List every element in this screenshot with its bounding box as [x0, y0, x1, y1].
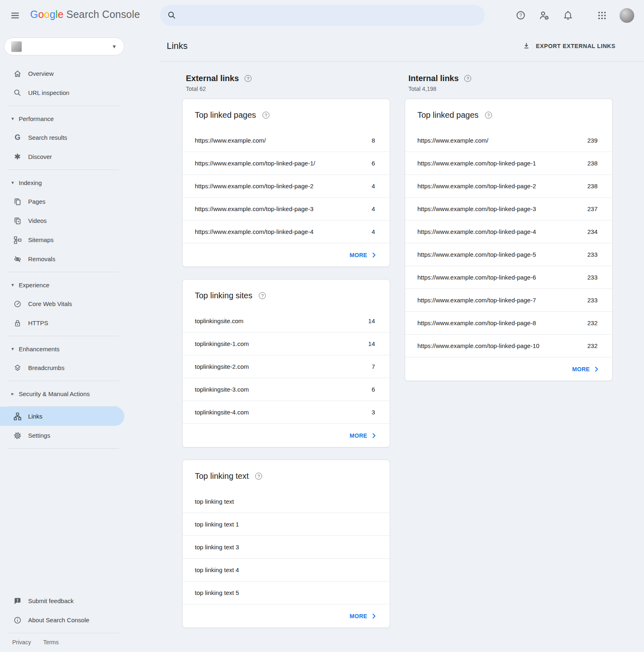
topbar: GoogleSearch Console ? — [0, 0, 644, 31]
sidebar-section-security-manual-actions[interactable]: ▸ Security & Manual Actions — [0, 384, 135, 403]
table-row[interactable]: https://www.example.com/top-linked-page-… — [405, 243, 612, 266]
table-row[interactable]: top linking text 5 — [183, 581, 390, 604]
more-button[interactable]: MORE — [183, 243, 390, 267]
sidebar-item-url-inspection[interactable]: URL inspection — [0, 83, 135, 102]
table-row[interactable]: https://www.example.com/top-linked-page-… — [405, 152, 612, 174]
table-row[interactable]: top linking text 1 — [183, 513, 390, 535]
more-button[interactable]: MORE — [405, 357, 612, 381]
sidebar-item-discover[interactable]: ✱ Discover — [0, 147, 135, 166]
sidebar-item-label: Removals — [28, 256, 55, 262]
sidebar-footer: Submit feedback About Search Console Pri… — [0, 591, 135, 652]
discover-icon: ✱ — [13, 153, 22, 161]
table-row[interactable]: toplinkingsite-1.com 14 — [183, 332, 390, 355]
export-external-links-button[interactable]: EXPORT EXTERNAL LINKS — [523, 42, 615, 50]
app-logo-label: Search Console — [66, 9, 140, 20]
sidebar-item-overview[interactable]: Overview — [0, 64, 135, 83]
table-row[interactable]: https://www.example.com/top-linked-page-… — [405, 266, 612, 289]
help-icon[interactable]: ? — [259, 292, 266, 299]
google-logo-text: Google — [30, 9, 64, 20]
sidebar-item-label: HTTPS — [28, 319, 48, 326]
page-title: Links — [167, 41, 187, 51]
more-button[interactable]: MORE — [183, 604, 390, 628]
row-label: https://www.example.com/top-linked-page-… — [417, 297, 536, 304]
more-button[interactable]: MORE — [183, 423, 390, 447]
google-g-icon: G — [13, 134, 22, 142]
notifications-bell-icon[interactable] — [562, 10, 573, 21]
row-label: https://www.example.com/top-linked-page-… — [417, 342, 539, 349]
help-icon[interactable]: ? — [262, 112, 269, 119]
help-icon[interactable]: ? — [464, 75, 471, 82]
row-label: toplinkingsite-3.com — [195, 386, 249, 393]
sidebar-item-links[interactable]: Links — [0, 407, 124, 426]
hamburger-menu-icon[interactable] — [10, 10, 20, 21]
app-logo[interactable]: GoogleSearch Console — [30, 9, 140, 20]
table-row[interactable]: https://www.example.com/top-linked-page-… — [405, 289, 612, 311]
divider — [7, 106, 119, 106]
sidebar-section-performance[interactable]: ▾ Performance — [0, 109, 135, 128]
terms-link[interactable]: Terms — [43, 639, 59, 645]
submit-feedback-button[interactable]: Submit feedback — [0, 591, 135, 610]
sidebar-section-indexing[interactable]: ▾ Indexing — [0, 173, 135, 192]
sidebar-item-pages[interactable]: Pages — [0, 192, 135, 211]
lock-icon — [13, 319, 22, 327]
search-bar[interactable] — [160, 5, 485, 26]
sidebar-item-https[interactable]: HTTPS — [0, 313, 135, 333]
table-row[interactable]: https://www.example.com/top-linked-page-… — [405, 334, 612, 357]
divider — [7, 170, 119, 170]
card-title: Top linking sites ? — [183, 280, 390, 309]
table-row[interactable]: https://www.example.com/top-linked-page-… — [405, 197, 612, 220]
row-label: https://www.example.com/top-linked-page-… — [417, 205, 536, 212]
sidebar-item-core-web-vitals[interactable]: Core Web Vitals — [0, 294, 135, 313]
table-row[interactable]: https://www.example.com/top-linked-page-… — [183, 220, 390, 243]
row-label: toplinkingsite.com — [195, 317, 243, 324]
table-row[interactable]: https://www.example.com/top-linked-page-… — [405, 311, 612, 334]
sidebar-item-removals[interactable]: Removals — [0, 249, 135, 269]
table-row[interactable]: toplinkingsite.com 14 — [183, 309, 390, 332]
privacy-link[interactable]: Privacy — [12, 639, 31, 645]
table-row[interactable]: https://www.example.com/ 8 — [183, 129, 390, 152]
table-row[interactable]: top linking text 3 — [183, 535, 390, 558]
sidebar-item-search-results[interactable]: G Search results — [0, 128, 135, 147]
table-row[interactable]: https://www.example.com/ 239 — [405, 129, 612, 152]
sidebar-item-settings[interactable]: Settings — [0, 426, 135, 445]
sidebar-section-experience[interactable]: ▾ Experience — [0, 275, 135, 294]
row-value: 238 — [587, 183, 598, 189]
sidebar-item-videos[interactable]: Videos — [0, 211, 135, 230]
help-icon[interactable]: ? — [245, 75, 251, 82]
user-settings-icon[interactable] — [539, 10, 549, 21]
table-row[interactable]: top linking text — [183, 490, 390, 513]
table-row[interactable]: https://www.example.com/top-linked-page-… — [405, 174, 612, 197]
table-row[interactable]: https://www.example.com/top-linked-page-… — [405, 220, 612, 243]
row-label: https://www.example.com/ — [417, 137, 488, 144]
sidebar-section-enhancements[interactable]: ▾ Enhancements — [0, 339, 135, 358]
internal-links-column: Internal links ? Total 4,198 Top linked … — [405, 74, 613, 628]
row-label: https://www.example.com/ — [195, 137, 266, 144]
avatar[interactable] — [620, 8, 634, 23]
divider — [7, 381, 119, 381]
divider — [7, 448, 119, 449]
row-label: top linking text 1 — [195, 521, 239, 528]
videos-icon — [13, 217, 22, 225]
table-row[interactable]: toplinkingsite-4.com 3 — [183, 401, 390, 423]
about-search-console-button[interactable]: About Search Console — [0, 610, 135, 630]
table-row[interactable]: top linking text 4 — [183, 558, 390, 581]
table-row[interactable]: https://www.example.com/top-linked-page-… — [183, 197, 390, 220]
table-row[interactable]: toplinkingsite-2.com 7 — [183, 355, 390, 378]
table-row[interactable]: https://www.example.com/top-linked-page-… — [183, 152, 390, 174]
sidebar-item-breadcrumbs[interactable]: Breadcrumbs — [0, 358, 135, 377]
table-row[interactable]: https://www.example.com/top-linked-page-… — [183, 174, 390, 197]
help-icon[interactable]: ? — [255, 473, 262, 480]
sidebar-item-label: Search results — [28, 134, 67, 141]
help-button[interactable]: ? — [515, 10, 526, 21]
table-row[interactable]: toplinkingsite-3.com 6 — [183, 378, 390, 401]
sidebar-item-label: Breadcrumbs — [28, 364, 64, 371]
help-icon[interactable]: ? — [485, 112, 492, 119]
property-selector[interactable]: ▾ — [4, 37, 124, 55]
sidebar-item-sitemaps[interactable]: Sitemaps — [0, 230, 135, 249]
chevron-right-icon — [372, 252, 376, 258]
external-links-title: External links — [186, 74, 239, 83]
apps-grid-icon[interactable] — [597, 10, 607, 21]
row-label: https://www.example.com/top-linked-page-… — [195, 183, 313, 189]
search-input[interactable] — [181, 12, 477, 19]
sidebar-section-label: Experience — [19, 282, 49, 289]
